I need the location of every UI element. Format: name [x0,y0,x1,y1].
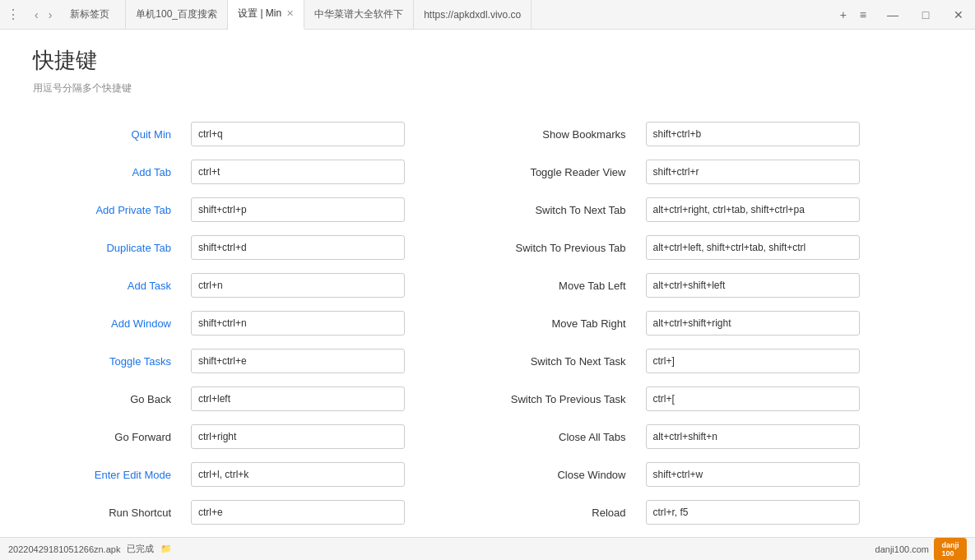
shortcut-label-addprivate: Add Private Tab [33,204,181,216]
shortcut-label-quit: Quit Min [33,128,181,141]
shortcut-label-closealltabs: Close All Tabs [488,431,636,443]
new-tab-button[interactable]: + [835,5,852,25]
shortcut-input-movetabright[interactable] [646,311,860,336]
shortcut-row: Quit Min [33,115,488,153]
minimize-button[interactable]: — [876,0,909,30]
maximize-button[interactable]: □ [909,0,942,30]
shortcut-label-toggletasks: Toggle Tasks [33,355,181,368]
shortcut-input-addprivate[interactable] [191,197,405,222]
shortcut-input-closealltabs[interactable] [646,424,860,449]
shortcut-input-addtask[interactable] [191,273,405,298]
tab-label: 中华菜谱大全软件下 [314,7,403,21]
shortcut-input-goforward[interactable] [191,424,405,449]
shortcut-row: Toggle Tasks [33,342,488,380]
download-filename: 20220429181051266zn.apk [8,544,120,554]
shortcut-label-addtab: Add Tab [33,166,181,178]
danji-badge: danji100.com [875,544,929,554]
shortcut-label-prevtab: Switch To Previous Tab [488,242,636,254]
shortcut-label-togglereader: Toggle Reader View [488,166,636,178]
shortcut-input-showbookmarks[interactable] [646,122,860,146]
tab-apk[interactable]: https://apkdxdl.vivo.co [414,0,532,30]
shortcut-input-editmode[interactable] [191,462,405,487]
shortcut-label-duptab: Duplicate Tab [33,242,181,254]
titlebar-nav: ‹ › [26,5,60,25]
page-title: 快捷键 [33,46,942,75]
shortcut-label-editmode: Enter Edit Mode [33,469,181,481]
shortcut-label-nexttab: Switch To Next Tab [488,204,636,216]
titlebar-menu-icon[interactable]: ⋮ [0,7,26,22]
shortcut-input-nexttask[interactable] [646,349,860,373]
tab-label: 设置 | Min [238,7,281,21]
shortcut-input-duptab[interactable] [191,235,405,260]
shortcut-row: Close Window [488,456,943,493]
shortcut-row: Switch To Next Task [488,342,943,380]
statusbar-right: danji100.com danji100 [875,538,967,561]
tab-baidu[interactable]: 单机100_百度搜索 [126,0,228,30]
shortcut-row: Go Back [33,380,488,418]
shortcut-row: Reload [488,493,943,531]
shortcut-row: Switch To Previous Tab [488,229,943,266]
shortcut-input-addtab[interactable] [191,160,405,184]
shortcut-row: Enter Edit Mode [33,456,488,493]
shortcut-input-movetableft[interactable] [646,273,860,298]
page-subtitle: 用逗号分隔多个快捷键 [33,81,942,95]
shortcut-row: Close All Tabs [488,418,943,456]
shortcut-input-prevtab[interactable] [646,235,860,260]
shortcut-row: Move Tab Right [488,304,943,342]
shortcut-row: Switch To Previous Task [488,380,943,418]
shortcut-label-goback: Go Back [33,393,181,405]
folder-icon[interactable]: 📁 [160,544,172,554]
danji-icon: danji100 [934,538,967,561]
titlebar-actions: + ≡ [830,5,876,25]
main-menu-button[interactable]: ≡ [855,5,871,25]
shortcut-row: Run Shortcut [33,493,488,531]
close-button[interactable]: ✕ [942,0,975,30]
shortcut-input-prevtask[interactable] [646,386,860,411]
shortcut-row: Move Tab Left [488,266,943,304]
shortcut-label-addwindow: Add Window [33,317,181,330]
shortcut-row: Add Window [33,304,488,342]
tab-label: 新标签页 [70,7,109,21]
shortcut-input-runshortcut[interactable] [191,500,405,525]
shortcut-label-nexttask: Switch To Next Task [488,355,636,368]
shortcut-input-nexttab[interactable] [646,197,860,222]
shortcut-label-showbookmarks: Show Bookmarks [488,128,636,141]
shortcut-label-addtask: Add Task [33,280,181,292]
shortcut-label-reload: Reload [488,507,636,519]
tab-close-icon[interactable]: ✕ [286,8,294,19]
shortcut-input-reload[interactable] [646,500,860,525]
shortcut-label-movetableft: Move Tab Left [488,280,636,292]
shortcuts-right-col: Show Bookmarks Toggle Reader View Switch… [488,115,943,531]
back-button[interactable]: ‹ [30,5,44,25]
shortcut-input-togglereader[interactable] [646,160,860,184]
shortcut-row: Duplicate Tab [33,229,488,266]
shortcut-label-goforward: Go Forward [33,431,181,443]
shortcut-input-goback[interactable] [191,386,405,411]
shortcut-row: Show Bookmarks [488,115,943,153]
tab-settings[interactable]: 设置 | Min ✕ [228,0,304,30]
shortcuts-left-col: Quit Min Add Tab Add Private Tab Duplica… [33,115,488,531]
download-status: 已完成 [127,543,154,555]
tab-bar: 新标签页 单机100_百度搜索 设置 | Min ✕ 中华菜谱大全软件下 htt… [60,0,829,30]
window-controls: — □ ✕ [876,0,975,29]
tab-new[interactable]: 新标签页 [60,0,126,30]
forward-button[interactable]: › [44,5,58,25]
danji-site: danji100.com [875,544,929,554]
main-content: 快捷键 用逗号分隔多个快捷键 Quit Min Add Tab Add Priv… [0,30,975,537]
shortcut-input-quit[interactable] [191,122,405,146]
shortcut-row: Go Forward [33,418,488,456]
statusbar: 20220429181051266zn.apk 已完成 📁 danji100.c… [0,537,975,560]
titlebar: ⋮ ‹ › 新标签页 单机100_百度搜索 设置 | Min ✕ 中华菜谱大全软… [0,0,975,30]
tab-label: 单机100_百度搜索 [136,7,217,21]
shortcut-input-toggletasks[interactable] [191,349,405,373]
shortcut-row: Add Tab [33,153,488,191]
shortcut-row: Add Task [33,266,488,304]
tab-label: https://apkdxdl.vivo.co [424,9,521,21]
shortcut-label-prevtask: Switch To Previous Task [488,393,636,405]
tab-recipe[interactable]: 中华菜谱大全软件下 [304,0,414,30]
shortcut-input-addwindow[interactable] [191,311,405,336]
shortcut-input-closewindow[interactable] [646,462,860,487]
shortcut-row: Add Private Tab [33,191,488,229]
shortcut-label-closewindow: Close Window [488,469,636,481]
shortcut-row: Switch To Next Tab [488,191,943,229]
